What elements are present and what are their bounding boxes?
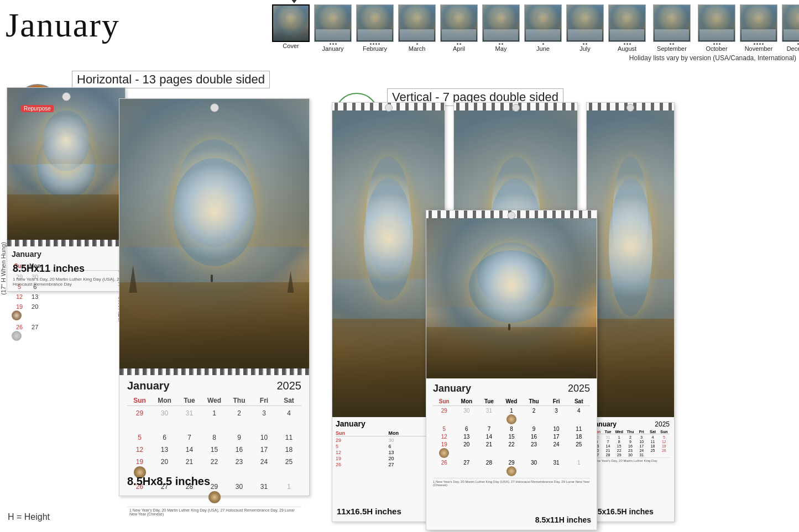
selected-arrow [291, 0, 297, 3]
w2-sat: 11 [276, 433, 301, 443]
w4-fri: 24 [252, 457, 276, 480]
w5-thu: 30 [227, 482, 252, 504]
month-front-v: January [433, 383, 471, 394]
thumb-cover[interactable]: Cover [271, 4, 311, 49]
thumb-february[interactable]: February [355, 4, 395, 52]
size-vert-small: 5.5x16.5H inches [591, 507, 654, 516]
thumb-september-label: September [657, 45, 687, 52]
w1-sat: 4 [276, 408, 301, 430]
w2-thu: 9 [227, 433, 252, 443]
thumbnail-strip: Cover January [271, 4, 799, 62]
cal-footer-note-front: 1 New Year's Day, 20 Martin Luther King … [127, 507, 301, 517]
thumb-july-img [566, 4, 604, 42]
thumb-december-label: December [787, 45, 799, 52]
footer-note-back: 1 New Year's Day, 20 Martin Luther King … [13, 277, 125, 287]
w2-wed: 8 [202, 433, 227, 443]
cal-art-front-v [426, 218, 597, 378]
thumb-may-label: May [495, 45, 507, 52]
rotated-hung-label-1: (17" H When Hung) [0, 242, 7, 295]
thumb-july-label: July [579, 45, 591, 52]
horizontal-page-back: January Sun Mon 29 30 5 6 12 13 19 20 26 [7, 87, 126, 292]
thumb-august[interactable]: August [607, 4, 647, 52]
thumb-december[interactable]: December [781, 4, 799, 52]
dow-wed-lg: Wed [202, 396, 227, 405]
w1-tue: 31 [177, 408, 202, 430]
cal-grid-back: January Sun Mon 29 30 5 6 12 13 19 20 26 [7, 246, 125, 346]
holiday-note: Holiday lists vary by version (USA/Canad… [271, 54, 796, 62]
cal-grid-fr: January 2025 Mon Tue Wed Thu Fri Sat Sun… [587, 417, 674, 466]
size-vert-large: 8.5x11H inches [535, 515, 591, 524]
thumb-july[interactable]: July [565, 4, 605, 52]
cal-grid-front: January 2025 Sun Mon Tue Wed Thu Fri Sat… [119, 375, 309, 522]
spiral-binding-back [7, 240, 125, 246]
calendar-art-front [119, 99, 309, 368]
dow-fri-lg: Fri [252, 396, 276, 405]
thumb-april[interactable]: April [439, 4, 479, 52]
dow-sun-lg: Sun [127, 396, 152, 405]
thumb-march[interactable]: March [397, 4, 437, 52]
thumb-december-img [782, 4, 799, 42]
w3-wed: 15 [202, 445, 227, 455]
date-27: 27 [27, 323, 43, 342]
size-vert-medium: 11x16.5H inches [337, 507, 401, 516]
thumb-september-img [653, 4, 691, 42]
horizontal-page-front: January 2025 Sun Mon Tue Wed Thu Fri Sat… [119, 98, 310, 496]
year-front-v: 2025 [568, 383, 590, 394]
thumb-november[interactable]: November [739, 4, 779, 52]
cal-note-fr: 1 New Year's Day, 20 Martin Luther King … [591, 457, 670, 462]
thumb-october[interactable]: October [697, 4, 737, 52]
page-hole-fr [626, 104, 634, 112]
thumb-cover-img [272, 4, 310, 42]
thumb-january-img [314, 4, 352, 42]
dow-sat-lg: Sat [276, 396, 301, 405]
thumb-october-label: October [706, 45, 727, 52]
w3-mon: 13 [152, 445, 177, 455]
w2-fri: 10 [252, 433, 276, 443]
vertical-page-far-right: January 2025 Mon Tue Wed Thu Fri Sat Sun… [586, 102, 675, 522]
repurpose-label: Repurpose [21, 105, 54, 112]
thumb-september[interactable]: September [649, 4, 694, 52]
w3-fri: 17 [252, 445, 276, 455]
thumb-march-label: March [409, 45, 426, 52]
w4-sat: 25 [276, 457, 301, 480]
spiral-binding-front [119, 368, 309, 375]
thumb-march-img [398, 4, 436, 42]
dow-mon-lg: Mon [152, 396, 177, 405]
page-title: January [6, 6, 120, 45]
w1-wed: 1 [202, 408, 227, 430]
cal-grid-front-v: January 2025 Sun Mon Tue Wed Thu Fri Sat… [426, 378, 597, 491]
w5-sat: 1 [276, 482, 301, 504]
thumb-august-label: August [618, 45, 636, 52]
thumb-february-label: February [363, 45, 387, 52]
h-equals-label: H = Height [8, 512, 50, 522]
size-label-horiz-small: 8.5Hx8.5 inches [127, 475, 210, 488]
hanging-hole-front [210, 103, 219, 112]
date-12: 12 [12, 292, 27, 301]
date-19-img: 19 [12, 302, 27, 322]
cal-art-fr [587, 110, 674, 417]
w2-tue: 7 [177, 433, 202, 443]
dow-tue-lg: Tue [177, 396, 202, 405]
vertical-page-front: January 2025 Sun Mon Tue Wed Thu Fri Sat… [426, 210, 597, 530]
date-26: 26 [12, 323, 27, 342]
horizontal-format-label: Horizontal - 13 pages double sided [72, 71, 270, 88]
w1-mon: 30 [152, 408, 177, 430]
thumb-january[interactable]: January [313, 4, 353, 52]
thumb-february-img [356, 4, 394, 42]
page-hole-cl [512, 104, 520, 112]
w1-fri: 3 [252, 408, 276, 430]
thumb-april-label: April [453, 45, 465, 52]
thumb-january-label: January [322, 45, 343, 52]
date-20: 20 [27, 302, 43, 322]
w3-thu: 16 [227, 445, 252, 455]
thumb-november-img [740, 4, 777, 42]
page-hole-front [508, 212, 515, 219]
w1-sun: 29 [127, 408, 152, 430]
date-19-icon [12, 310, 22, 320]
thumb-june-label: June [536, 45, 550, 52]
thumb-june[interactable]: June [523, 4, 563, 52]
year-front: 2025 [277, 380, 302, 392]
thumbnail-row: Cover January [271, 4, 799, 52]
w5-fri: 31 [252, 482, 276, 504]
thumb-may[interactable]: May [481, 4, 521, 52]
